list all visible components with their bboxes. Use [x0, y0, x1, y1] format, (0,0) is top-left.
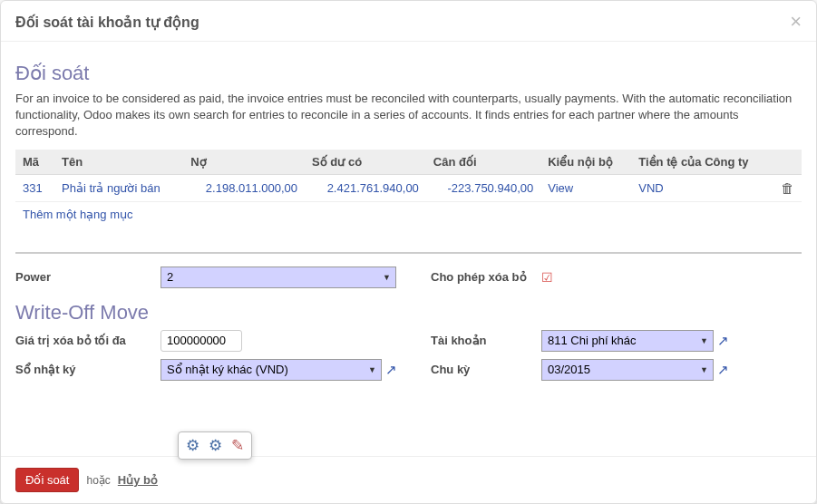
power-label: Power: [15, 270, 160, 284]
account-label: Tài khoản: [423, 334, 541, 347]
close-icon[interactable]: ×: [790, 12, 802, 32]
cancel-link[interactable]: Hủy bỏ: [118, 473, 158, 487]
col-currency: Tiền tệ của Công ty: [631, 150, 773, 175]
account-select[interactable]: [541, 330, 714, 352]
cell-credit: 2.421.761.940,00: [305, 174, 426, 201]
modal-footer: Đối soát hoặc Hủy bỏ: [1, 456, 816, 503]
or-text: hoặc: [86, 474, 110, 487]
period-external-link-icon[interactable]: ↗: [717, 362, 729, 378]
gear-icon[interactable]: ⚙: [209, 436, 222, 455]
section-heading: Đối soát: [15, 62, 802, 85]
cell-currency: VND: [631, 174, 773, 201]
divider: [15, 252, 802, 254]
col-internal-type: Kiểu nội bộ: [540, 150, 631, 175]
account-external-link-icon[interactable]: ↗: [717, 333, 729, 349]
period-select[interactable]: [541, 359, 714, 381]
col-credit: Số dư có: [305, 150, 426, 175]
row-power: Power Cho phép xóa bỏ ☑: [15, 267, 802, 288]
col-debit: Nợ: [183, 150, 305, 175]
max-writeoff-label: Giá trị xóa bỏ tối đa: [15, 334, 160, 347]
col-name: Tên: [54, 150, 183, 175]
accounts-table: Mã Tên Nợ Số dư có Cân đối Kiểu nội bộ T…: [15, 150, 802, 227]
period-label: Chu kỳ: [423, 363, 541, 376]
cell-code[interactable]: 331: [15, 174, 54, 201]
cell-internal-type: View: [540, 174, 631, 201]
allow-writeoff-checkbox[interactable]: ☑: [541, 271, 554, 284]
cell-balance: -223.750.940,00: [426, 174, 540, 201]
row-journal: Sổ nhật ký ↗ Chu kỳ ↗: [15, 359, 802, 381]
gear-icon[interactable]: ⚙: [186, 436, 199, 455]
journal-select[interactable]: [160, 359, 382, 381]
add-item-link[interactable]: Thêm một hạng mục: [23, 200, 141, 228]
cell-debit: 2.198.011.000,00: [183, 174, 305, 201]
col-balance: Cân đối: [426, 150, 540, 175]
journal-label: Sổ nhật ký: [15, 363, 160, 376]
modal-body: Đối soát For an invoice to be considered…: [1, 42, 816, 456]
delete-row-icon[interactable]: 🗑: [773, 174, 802, 201]
col-code: Mã: [15, 150, 54, 175]
journal-dropdown-actions: ⚙ ⚙ ✎: [178, 431, 252, 460]
table-header-row: Mã Tên Nợ Số dư có Cân đối Kiểu nội bộ T…: [15, 150, 802, 175]
table-row[interactable]: 331 Phải trả người bán 2.198.011.000,00 …: [15, 174, 802, 201]
modal-header: Đối soát tài khoản tự động ×: [1, 1, 816, 42]
cell-name[interactable]: Phải trả người bán: [54, 174, 183, 201]
wrench-icon[interactable]: ✎: [231, 436, 244, 455]
modal-dialog: Đối soát tài khoản tự động × Đối soát Fo…: [0, 0, 817, 504]
modal-title: Đối soát tài khoản tự động: [15, 14, 199, 31]
journal-external-link-icon[interactable]: ↗: [385, 362, 397, 378]
power-select[interactable]: [160, 267, 396, 288]
section-description: For an invoice to be considered as paid,…: [15, 91, 802, 141]
reconcile-button[interactable]: Đối soát: [15, 468, 79, 492]
col-actions: [773, 150, 802, 175]
row-max-writeoff: Giá trị xóa bỏ tối đa Tài khoản ↗: [15, 330, 802, 352]
allow-writeoff-label: Cho phép xóa bỏ: [423, 270, 541, 284]
max-writeoff-input[interactable]: [160, 330, 242, 352]
writeoff-heading: Write-Off Move: [15, 301, 802, 325]
